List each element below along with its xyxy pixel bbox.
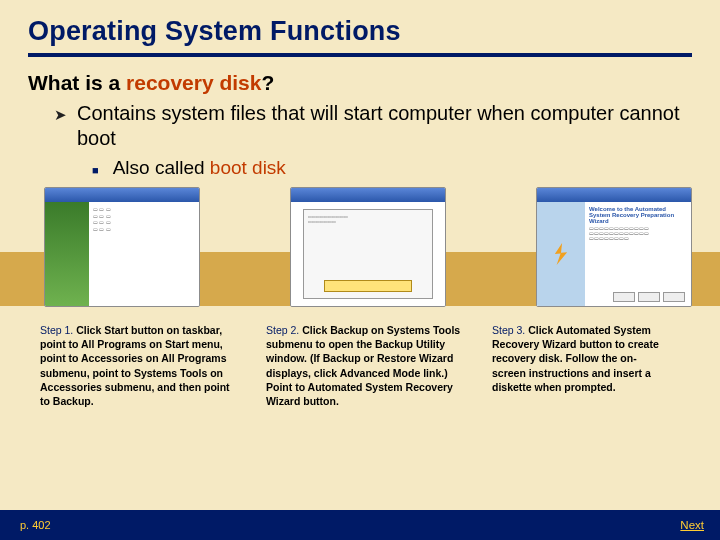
start-menu-sidebar	[45, 202, 89, 306]
screenshot-step2: ▭▭▭▭▭▭▭▭▭▭▭▭▭▭▭▭▭	[290, 187, 446, 307]
step-3-caption: Step 3. Click Automated System Recovery …	[492, 323, 668, 408]
step-2-caption: Step 2. Click Backup on Systems Tools su…	[266, 323, 464, 408]
footer-bar: p. 402 Next	[0, 510, 720, 540]
start-menu-panel: ▭ ▭ ▭▭ ▭ ▭▭ ▭ ▭▭ ▭ ▭	[89, 202, 199, 306]
window-titlebar	[537, 188, 691, 202]
screenshot-step1: ▭ ▭ ▭▭ ▭ ▭▭ ▭ ▭▭ ▭ ▭	[44, 187, 200, 307]
wizard-heading: Welcome to the Automated System Recovery…	[589, 206, 687, 224]
title-rule	[28, 53, 692, 57]
lightning-icon	[550, 243, 572, 265]
page-reference: p. 402	[20, 519, 51, 531]
step-2-body: Click Backup on Systems Tools submenu to…	[266, 324, 460, 407]
question-pre: What is a	[28, 71, 126, 94]
asr-wizard-button-highlight	[324, 280, 412, 292]
bullet-level1: Contains system files that will start co…	[77, 101, 692, 151]
wizard-body: Welcome to the Automated System Recovery…	[585, 202, 691, 306]
backup-dialog: ▭▭▭▭▭▭▭▭▭▭▭▭▭▭▭▭▭	[303, 209, 433, 299]
wizard-cancel-button	[663, 292, 685, 302]
chevron-icon: ➤	[54, 106, 67, 124]
bullet-level2: Also called boot disk	[113, 157, 286, 179]
step-1-body: Click Start button on taskbar, point to …	[40, 324, 230, 407]
window-titlebar	[291, 188, 445, 202]
question-highlight: recovery disk	[126, 71, 261, 94]
wizard-next-button	[638, 292, 660, 302]
page-title: Operating System Functions	[28, 16, 692, 47]
step-3-lead: Step 3.	[492, 324, 525, 336]
question-post: ?	[261, 71, 274, 94]
step-1-lead: Step 1.	[40, 324, 73, 336]
screenshot-row: ▭ ▭ ▭▭ ▭ ▭▭ ▭ ▭▭ ▭ ▭ ▭▭▭▭▭▭▭▭▭▭▭▭▭▭▭▭▭ W…	[28, 187, 692, 307]
square-bullet-icon: ■	[92, 164, 99, 176]
wizard-sidebar	[537, 202, 585, 306]
bullet2-highlight: boot disk	[210, 157, 286, 178]
bullet2-pre: Also called	[113, 157, 210, 178]
screenshot-step3: Welcome to the Automated System Recovery…	[536, 187, 692, 307]
wizard-buttons	[613, 292, 685, 302]
question-line: What is a recovery disk?	[28, 71, 692, 95]
step-captions: Step 1. Click Start button on taskbar, p…	[28, 323, 692, 408]
step-2-lead: Step 2.	[266, 324, 299, 336]
step-1-caption: Step 1. Click Start button on taskbar, p…	[40, 323, 238, 408]
wizard-back-button	[613, 292, 635, 302]
next-link[interactable]: Next	[680, 519, 704, 531]
window-titlebar	[45, 188, 199, 202]
